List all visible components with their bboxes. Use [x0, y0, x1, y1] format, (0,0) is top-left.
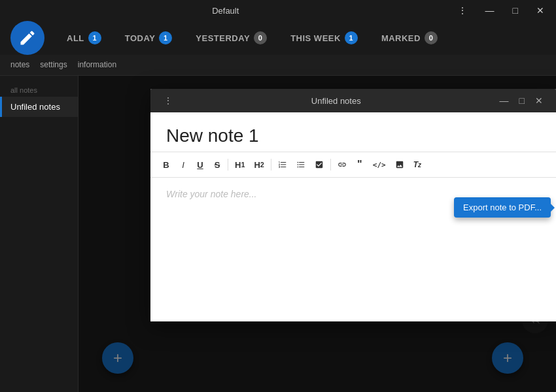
toolbar-h2[interactable]: H2: [250, 157, 268, 172]
edit-icon: [18, 29, 37, 47]
app-logo: [10, 21, 44, 55]
titlebar-menu-button[interactable]: ⋮: [453, 3, 472, 18]
tab-all[interactable]: ALL 1: [55, 21, 113, 55]
tab-yesterday-badge: 0: [254, 31, 267, 44]
subnav-information[interactable]: information: [78, 60, 116, 71]
toolbar-sep-2: [271, 159, 271, 171]
tab-marked[interactable]: MARKED 0: [370, 21, 449, 55]
modal-menu-button[interactable]: ⋮: [158, 93, 178, 108]
tab-marked-badge: 0: [425, 31, 438, 44]
content-area: + + ⋮ Unfiled notes — □ ✕: [78, 76, 556, 392]
top-nav: ALL 1 TODAY 1 YESTERDAY 0 THIS WEEK 1 MA…: [0, 21, 556, 55]
toolbar-underline[interactable]: U: [192, 157, 208, 172]
toolbar-clear-format[interactable]: Tz: [409, 157, 425, 172]
toolbar-unordered-list[interactable]: [292, 157, 309, 172]
subnav-notes[interactable]: notes: [10, 60, 29, 71]
tab-this-week-label: THIS WEEK: [290, 33, 341, 43]
sub-nav: notes settings information: [0, 55, 556, 76]
tab-today-badge: 1: [159, 31, 172, 44]
note-modal: ⋮ Unfiled notes — □ ✕ New note 1 B I U S…: [150, 89, 556, 321]
tab-this-week[interactable]: THIS WEEK 1: [279, 21, 370, 55]
tab-today[interactable]: TODAY 1: [113, 21, 184, 55]
toolbar-code[interactable]: </>: [369, 158, 390, 172]
toolbar-image[interactable]: [391, 157, 408, 172]
sidebar: All notes Unfiled notes: [0, 76, 78, 392]
toolbar-h1[interactable]: H1: [231, 157, 249, 172]
toolbar-strikethrough[interactable]: S: [209, 157, 225, 172]
toolbar-quote[interactable]: ": [352, 156, 368, 173]
sidebar-item-unfiled[interactable]: Unfiled notes: [0, 97, 78, 117]
tab-yesterday-label: YESTERDAY: [196, 33, 250, 43]
modal-title: Unfiled notes: [178, 96, 495, 106]
note-title[interactable]: New note 1: [150, 112, 556, 152]
toolbar-bold[interactable]: B: [158, 157, 174, 172]
editor-toolbar: B I U S H1 H2: [150, 152, 556, 178]
titlebar-restore-button[interactable]: □: [508, 3, 523, 18]
modal-restore-button[interactable]: □: [514, 93, 530, 108]
toolbar-sep-3: [330, 159, 331, 171]
titlebar-close-button[interactable]: ✕: [531, 3, 549, 18]
tab-all-badge: 1: [88, 31, 101, 44]
export-tooltip: Export note to PDF...: [454, 197, 551, 218]
title-bar: Default ⋮ — □ ✕: [0, 0, 556, 21]
editor-placeholder: Write your note here...: [166, 189, 257, 199]
toolbar-italic[interactable]: I: [175, 157, 191, 172]
tab-all-label: ALL: [67, 33, 84, 43]
modal-titlebar: ⋮ Unfiled notes — □ ✕: [150, 89, 556, 112]
tab-marked-label: MARKED: [381, 33, 421, 43]
toolbar-link[interactable]: [334, 157, 351, 172]
toolbar-sep-1: [228, 159, 228, 171]
sidebar-section-all-notes: All notes: [0, 81, 78, 97]
modal-minimize-button[interactable]: —: [495, 93, 514, 108]
toolbar-ordered-list[interactable]: [274, 157, 291, 172]
tab-this-week-badge: 1: [345, 31, 358, 44]
toolbar-checklist[interactable]: [311, 157, 328, 172]
titlebar-minimize-button[interactable]: —: [480, 3, 500, 18]
tab-yesterday[interactable]: YESTERDAY 0: [184, 21, 279, 55]
subnav-settings[interactable]: settings: [40, 60, 67, 71]
modal-close-button[interactable]: ✕: [530, 93, 548, 108]
tab-today-label: TODAY: [125, 33, 156, 43]
title-bar-label: Default: [212, 6, 239, 16]
